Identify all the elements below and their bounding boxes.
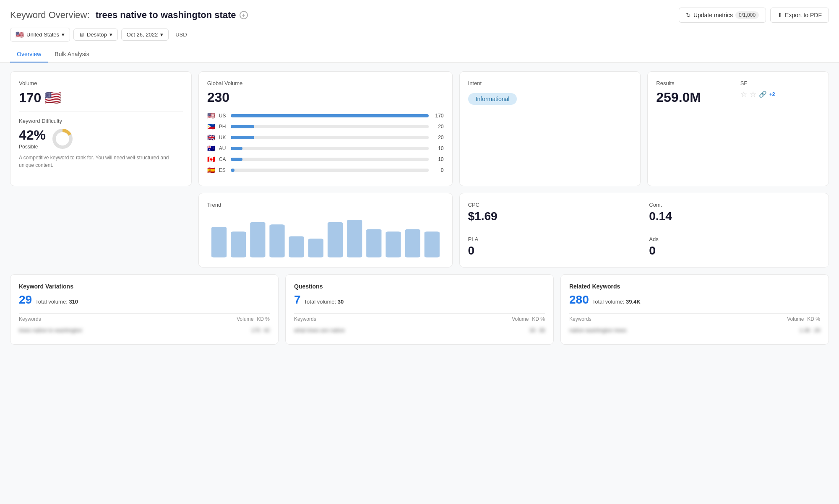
export-pdf-button[interactable]: ⬆ Export to PDF [770, 8, 829, 23]
q-count-row: 7 Total volume: 30 [294, 293, 545, 307]
country-flag-icon: 🇵🇭 [207, 123, 216, 130]
bar-fill [231, 136, 255, 139]
com-section: Com. 0.14 [649, 202, 820, 223]
add-keyword-icon[interactable]: + [240, 11, 248, 19]
rk-count-row: 280 Total volume: 39.4K [569, 293, 820, 307]
sf-star-icon-1: ☆ [740, 90, 747, 99]
tab-overview[interactable]: Overview [10, 47, 48, 62]
tab-bulk-analysis[interactable]: Bulk Analysis [48, 47, 96, 62]
kv-col-keywords: Keywords [19, 316, 233, 322]
trend-bar [347, 220, 362, 257]
kd-section: Keyword Difficulty 42% Possible A compet… [19, 118, 183, 169]
kd-label: Keyword Difficulty [19, 118, 183, 124]
rk-col-keywords: Keywords [569, 316, 784, 322]
country-bar-row: 🇦🇺 AU 10 [207, 145, 444, 152]
country-flag: 🇺🇸 [16, 31, 24, 39]
cards-row-top: Volume 170 🇺🇸 Keyword Difficulty 42% Pos… [10, 71, 829, 186]
title-keyword: trees native to washington state [96, 10, 236, 20]
refresh-icon: ↻ [686, 12, 691, 18]
rk-table-header: Keywords Volume KD % [569, 313, 820, 325]
results-section: Results 259.0M [656, 80, 736, 105]
header-actions: ↻ Update metrics 0/1,000 ⬆ Export to PDF [679, 8, 829, 23]
country-count-value: 10 [432, 156, 444, 162]
trend-bar [231, 231, 246, 257]
trend-chart [207, 216, 444, 257]
bar-fill [231, 114, 429, 117]
q-row-1: what trees are native 30 38 [294, 325, 545, 336]
results-value: 259.0M [656, 90, 736, 105]
country-flag-icon: 🇨🇦 [207, 156, 216, 163]
country-bar-row: 🇵🇭 PH 20 [207, 123, 444, 130]
export-pdf-label: Export to PDF [785, 12, 822, 18]
trend-bar [250, 222, 265, 257]
q-count: 7 [294, 293, 301, 307]
country-count-value: 170 [432, 113, 444, 119]
country-code-label: AU [219, 145, 227, 151]
sf-plus-badge[interactable]: +2 [769, 91, 775, 97]
global-volume-card: Global Volume 230 🇺🇸 US 170 🇵🇭 PH 20 🇬🇧 … [198, 71, 453, 186]
kd-donut-chart [52, 128, 73, 150]
bar-track [231, 169, 429, 172]
card-divider [19, 112, 183, 112]
trend-bar [386, 231, 401, 257]
rk-title: Related Keywords [569, 283, 820, 290]
country-bars: 🇺🇸 US 170 🇵🇭 PH 20 🇬🇧 UK 20 🇦🇺 AU 10 🇨🇦 … [207, 112, 444, 174]
device-filter[interactable]: 🖥 Desktop ▾ [73, 29, 118, 41]
pla-section: PLA 0 [468, 230, 639, 257]
bar-track [231, 136, 429, 139]
rk-volume: Total volume: 39.4K [592, 299, 641, 305]
kd-value: 42% Possible [19, 127, 46, 150]
currency-label: USD [175, 31, 187, 38]
country-count-value: 20 [432, 124, 444, 130]
cards-row-middle: Trend CPC $1.69 Com. 0.14 PLA 0 [10, 193, 829, 268]
trend-bar [366, 229, 381, 258]
trend-bar [269, 224, 284, 257]
trend-label: Trend [207, 202, 444, 208]
trend-bar [424, 231, 439, 257]
update-metrics-button[interactable]: ↻ Update metrics 0/1,000 [679, 8, 766, 23]
date-label: Oct 26, 2022 [127, 31, 158, 38]
q-title: Questions [294, 283, 545, 290]
global-volume-label: Global Volume [207, 80, 444, 86]
metrics-card: CPC $1.69 Com. 0.14 PLA 0 Ads 0 [459, 193, 829, 268]
sf-star-icon-2: ☆ [750, 90, 756, 99]
results-card: Results 259.0M SF ☆ ☆ 🔗 +2 [647, 71, 829, 186]
trend-bar [405, 229, 420, 258]
sf-icons: ☆ ☆ 🔗 +2 [740, 90, 820, 99]
country-count-value: 10 [432, 145, 444, 151]
sf-link-icon: 🔗 [759, 91, 767, 98]
bar-track [231, 147, 429, 150]
device-label: Desktop [87, 31, 107, 38]
q-col-volume: Volume [512, 316, 529, 322]
kv-table-header: Keywords Volume KD % [19, 313, 270, 325]
bar-fill [231, 147, 242, 150]
rk-col-kd: KD % [807, 316, 820, 322]
cpc-label: CPC [468, 202, 639, 208]
page-header: Keyword Overview: trees native to washin… [0, 0, 839, 63]
country-code-label: ES [219, 167, 227, 173]
bar-fill [231, 158, 242, 161]
country-count-value: 0 [432, 167, 444, 173]
trend-card: Trend [198, 193, 453, 268]
com-label: Com. [649, 202, 820, 208]
kv-title: Keyword Variations [19, 283, 270, 290]
country-code-label: CA [219, 156, 227, 162]
date-filter[interactable]: Oct 26, 2022 ▾ [121, 29, 169, 41]
results-label: Results [656, 80, 736, 86]
trend-bar [328, 222, 343, 257]
intent-card: Intent Informational [459, 71, 641, 186]
country-code-label: PH [219, 124, 227, 130]
trend-bar [211, 227, 227, 257]
spacer-1 [10, 193, 192, 268]
kv-count: 29 [19, 293, 32, 307]
kv-col-volume: Volume [237, 316, 253, 322]
trend-bar [289, 236, 304, 257]
country-filter[interactable]: 🇺🇸 United States ▾ [10, 28, 70, 42]
kd-row: 42% Possible [19, 127, 183, 150]
q-volume: Total volume: 30 [304, 299, 344, 305]
main-content: Volume 170 🇺🇸 Keyword Difficulty 42% Pos… [0, 63, 839, 353]
country-flag-icon: 🇪🇸 [207, 166, 216, 174]
update-metrics-label: Update metrics [693, 12, 733, 18]
country-bar-row: 🇪🇸 ES 0 [207, 166, 444, 174]
kd-description: A competitive keyword to rank for. You w… [19, 154, 183, 169]
